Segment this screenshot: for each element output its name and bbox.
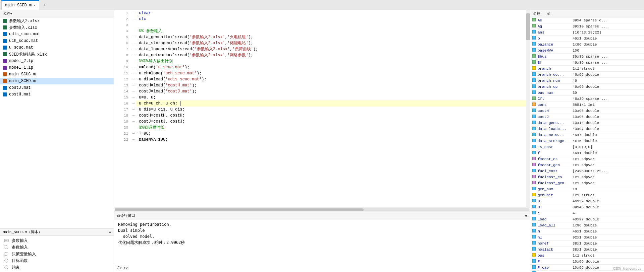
svg-rect-23 bbox=[532, 48, 536, 52]
tree-item[interactable]: 决策变量输入 bbox=[3, 251, 111, 257]
file-item[interactable]: uch_scuc.mat bbox=[0, 38, 114, 44]
variable-row[interactable]: bus_num39 bbox=[530, 90, 644, 96]
variable-row[interactable]: m46x1 double bbox=[530, 228, 644, 234]
code-line[interactable]: 2—clc bbox=[114, 16, 526, 22]
variable-row[interactable]: Ag39x10 sparse ... bbox=[530, 23, 644, 29]
variable-row[interactable]: ops1x1 struct bbox=[530, 253, 644, 259]
tree-item[interactable]: 参数输入 bbox=[3, 244, 111, 251]
line-number: 16 bbox=[114, 100, 131, 107]
variable-row[interactable]: gen_num10 bbox=[530, 186, 644, 192]
file-item[interactable]: udis_scuc.mat bbox=[0, 31, 114, 38]
variable-row[interactable]: P10x96 double bbox=[530, 259, 644, 265]
variable-row[interactable]: HT39x46 double bbox=[530, 204, 644, 210]
code-line[interactable]: 4%% 参数输入 bbox=[114, 28, 526, 34]
file-item[interactable]: costJ.mat bbox=[0, 84, 114, 91]
code-line[interactable]: 11—u_ch=load('uch_scuc.mat'); bbox=[114, 70, 526, 76]
variable-row[interactable]: branch_do...46x96 double bbox=[530, 72, 644, 78]
code-line[interactable]: 18—costH=costH. costH; bbox=[114, 113, 526, 119]
variable-row[interactable]: fuelcost_es1x1 sdpvar bbox=[530, 174, 644, 180]
variable-row[interactable]: nl92x1 double bbox=[530, 234, 644, 241]
svg-rect-20 bbox=[532, 30, 536, 33]
variable-row[interactable]: balance1x96 double bbox=[530, 42, 644, 48]
file-item[interactable]: SCED求解结果.xlsx bbox=[0, 51, 114, 58]
tab-label: main_SCED.m bbox=[5, 3, 32, 8]
file-item[interactable]: 参数输入2.xlsx bbox=[0, 17, 114, 24]
variable-row[interactable]: branch_num46 bbox=[530, 78, 644, 84]
file-item[interactable]: model_1.lp bbox=[0, 64, 114, 71]
variable-row[interactable]: ES_cost[0;0;0;0] bbox=[530, 144, 644, 150]
h-scroll-area[interactable] bbox=[114, 207, 530, 212]
code-line[interactable]: 8—data_network=xlsread('参数输入2.xlsx','网络参… bbox=[114, 52, 526, 58]
file-item[interactable]: main_SCUC.m bbox=[0, 71, 114, 78]
code-line[interactable]: 9%%%%导入输出计划 bbox=[114, 58, 526, 64]
variable-row[interactable]: Bbus39x39 sparse ... bbox=[530, 54, 644, 60]
variable-row[interactable]: cons5851x1 lmi bbox=[530, 102, 644, 108]
variable-row[interactable]: f46x1 double bbox=[530, 150, 644, 156]
code-line[interactable]: 12—u_dis=load('udis_scuc.mat'); bbox=[114, 76, 526, 82]
variable-row[interactable]: data_netw...46x7 double bbox=[530, 132, 644, 138]
variable-row[interactable]: Ae39x4 sparse d... bbox=[530, 17, 644, 23]
variable-row[interactable]: Cft46x39 sparse ... bbox=[530, 96, 644, 102]
code-line[interactable]: 20%%%%调度时长 bbox=[114, 125, 526, 131]
sidebar-bottom-header[interactable]: main_SCED.m（脚本） ▲ bbox=[0, 228, 114, 236]
variable-value: 1x1 sdpvar bbox=[573, 181, 643, 185]
variable-row[interactable]: P_ch4x96 double bbox=[530, 271, 644, 272]
variable-row[interactable]: noslack38x1 double bbox=[530, 247, 644, 253]
variable-row[interactable]: fmcost_gen1x1 sdpvar bbox=[530, 162, 644, 168]
code-line[interactable]: 10—u=load('u_scuc.mat'); bbox=[114, 64, 526, 70]
command-maximize-icon[interactable]: ⊕ bbox=[525, 213, 527, 218]
code-line[interactable]: 14—costJ=load('costJ.mat'); bbox=[114, 88, 526, 94]
code-line[interactable]: 6—data_storage=xlsread('参数输入2.xlsx','储能电… bbox=[114, 40, 526, 46]
variable-row[interactable]: H46x39 double bbox=[530, 198, 644, 204]
tree-item[interactable]: 约束 bbox=[3, 264, 111, 271]
tab-add-button[interactable]: + bbox=[41, 1, 49, 9]
code-line[interactable]: 21—T=96; bbox=[114, 131, 526, 137]
variable-row[interactable]: baseMVA100 bbox=[530, 48, 644, 54]
variable-row[interactable]: costH10x96 double bbox=[530, 108, 644, 114]
editor-scrollbar[interactable] bbox=[526, 10, 530, 207]
variable-row[interactable]: fuel_cost[2496000;1.22... bbox=[530, 168, 644, 174]
code-line[interactable]: 19—costJ=costJ. costJ; bbox=[114, 119, 526, 125]
variable-row[interactable]: load_all1x96 double bbox=[530, 222, 644, 228]
variable-row[interactable]: i4 bbox=[530, 210, 644, 216]
variable-row[interactable]: branch_up46x96 double bbox=[530, 84, 644, 90]
variable-row[interactable]: data_loadc...40x97 double bbox=[530, 126, 644, 132]
code-line[interactable]: 7—data_loadcurve=xlsread('参数输入2.xlsx','负… bbox=[114, 46, 526, 52]
line-content: %%%%调度时长 bbox=[136, 125, 526, 131]
variable-row[interactable]: costJ10x96 double bbox=[530, 114, 644, 120]
variable-row[interactable]: load40x97 double bbox=[530, 216, 644, 222]
sidebar-collapse-icon[interactable]: ▲ bbox=[109, 230, 111, 234]
code-line[interactable]: 15—u=u. u; bbox=[114, 94, 526, 100]
sidebar-bottom: main_SCED.m（脚本） ▲ 参数输入参数输入决策变量输入目标函数约束 bbox=[0, 228, 114, 272]
variable-row[interactable]: data_storage4x15 double bbox=[530, 138, 644, 144]
variable-row[interactable]: b46x1 double bbox=[530, 36, 644, 42]
editor-scroll[interactable]: 1—clear2—clc34%% 参数输入5—data_genunit=xlsr… bbox=[114, 10, 526, 207]
cmd-input[interactable] bbox=[129, 266, 527, 271]
variable-row[interactable]: fmcost_es1x1 sdpvar bbox=[530, 156, 644, 162]
code-line[interactable]: 5—data_genunit=xlsread('参数输入2.xlsx','火电机… bbox=[114, 34, 526, 40]
variable-row[interactable]: genunit1x1 struct bbox=[530, 192, 644, 198]
code-line[interactable]: 13—costH=load('costH.mat'); bbox=[114, 82, 526, 88]
file-name: u_scuc.mat bbox=[9, 45, 33, 50]
tree-item[interactable]: 目标函数 bbox=[3, 257, 111, 264]
tree-item[interactable]: 参数输入 bbox=[3, 237, 111, 244]
variable-row[interactable]: data_genu...10x14 double bbox=[530, 120, 644, 126]
file-item[interactable]: main_SCED.m bbox=[0, 78, 114, 84]
code-line[interactable]: 3 bbox=[114, 22, 526, 28]
code-line[interactable]: 17—u_dis=u_dis. u_dis; bbox=[114, 107, 526, 113]
tab-close-icon[interactable]: ✕ bbox=[34, 3, 36, 7]
variable-row[interactable]: Bf46x39 sparse ... bbox=[530, 60, 644, 66]
code-line[interactable]: 16—u_ch=u_ch. u_ch; bbox=[114, 100, 526, 107]
variable-row[interactable]: fuelcost_gen1x1 sdpvar bbox=[530, 180, 644, 186]
code-line[interactable]: 22—baseMVA=100; bbox=[114, 137, 526, 143]
tab-main-sced[interactable]: main_SCED.m ✕ bbox=[1, 0, 39, 10]
variable-row[interactable]: ans[10;13;19;22] bbox=[530, 29, 644, 36]
file-item[interactable]: costH.mat bbox=[0, 91, 114, 98]
svg-rect-46 bbox=[532, 187, 536, 190]
file-item[interactable]: model_2.lp bbox=[0, 58, 114, 64]
variable-row[interactable]: noref38x1 double bbox=[530, 241, 644, 247]
code-line[interactable]: 1—clear bbox=[114, 10, 526, 16]
file-item[interactable]: 参数输入.xlsx bbox=[0, 24, 114, 31]
variable-row[interactable]: branch1x1 struct bbox=[530, 66, 644, 72]
file-item[interactable]: u_scuc.mat bbox=[0, 44, 114, 51]
